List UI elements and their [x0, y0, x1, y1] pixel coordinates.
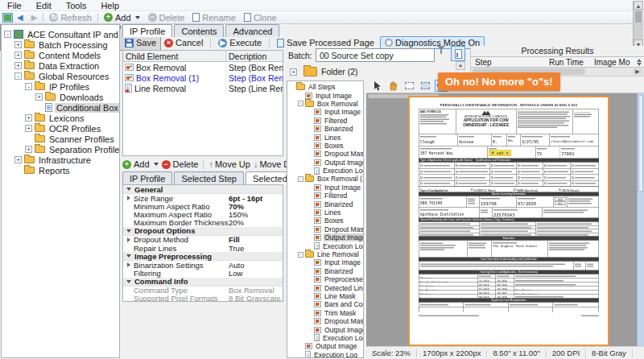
move-up-button[interactable]: ↑Move Up — [208, 159, 250, 169]
expand-toggle[interactable]: + — [25, 114, 32, 122]
step-tree-item[interactable]: Dropout Mask — [287, 225, 363, 233]
step-tree-item[interactable]: Trim Mask — [287, 309, 363, 317]
step-tree-item[interactable]: Output Image — [287, 325, 363, 333]
add-step-button[interactable]: +Add — [122, 159, 159, 169]
property-section[interactable]: Command Info — [123, 278, 283, 287]
execute-button[interactable]: ▶Execute — [216, 38, 264, 47]
step-tree-item[interactable]: -Box Removal — [287, 100, 363, 108]
tree-item[interactable]: +Content Models — [2, 50, 119, 60]
tab-ip-profile-2[interactable]: IP Profile — [122, 171, 172, 184]
expand-toggle[interactable]: + — [25, 146, 32, 153]
add-step-caret[interactable] — [154, 163, 159, 166]
tree-item[interactable]: Reports — [2, 165, 119, 175]
expand-toggle[interactable]: + — [14, 41, 22, 48]
results-view-toggle[interactable] — [451, 46, 465, 61]
step-tree-item[interactable]: Execution Log — [287, 167, 363, 175]
clone-button[interactable]: Clone — [240, 11, 281, 24]
scrollbar-thumb[interactable] — [638, 95, 643, 192]
property-value[interactable]: 8 Bit Grayscale, 24 Bit RGB, 32 B — [229, 294, 283, 302]
table-row[interactable]: Box Removal (1)Step (Box Removal) — [123, 72, 283, 83]
tree-item[interactable]: +OCR Profiles — [2, 123, 119, 134]
property-row[interactable]: Command TypeBox Removal — [123, 287, 283, 295]
property-section[interactable]: General — [123, 185, 283, 194]
step-tree-item[interactable]: Output Image — [287, 159, 363, 167]
property-value[interactable]: 20% — [229, 218, 283, 227]
section-collapse-icon[interactable] — [126, 229, 131, 233]
table-row[interactable]: Line RemovalStep (Line Removal) — [123, 83, 283, 93]
step-tree-item[interactable]: Input Image — [287, 108, 363, 116]
save-processed-page-button[interactable]: Save Processed Page — [275, 38, 377, 47]
step-tree-item[interactable]: Preprocessed — [287, 275, 363, 283]
tree-item[interactable]: +Downloads — [2, 92, 119, 102]
column-image-mo[interactable]: Image Mo — [594, 58, 634, 67]
forward-button[interactable]: ▶ — [27, 11, 42, 24]
step-tree-item[interactable]: Bars and Combs — [287, 300, 363, 308]
step-tree-item[interactable]: Execution Log — [287, 334, 363, 342]
step-tree-item[interactable]: Output Image — [287, 233, 363, 241]
cancel-button[interactable]: ×Cancel — [162, 38, 205, 47]
collapse-toggle[interactable]: - — [298, 176, 303, 182]
menu-help[interactable]: Help — [93, 1, 126, 10]
step-tree-item[interactable]: Input Image — [287, 184, 363, 192]
step-tree-item[interactable]: -Box Removal (1) — [287, 175, 363, 183]
column-step[interactable]: Step — [471, 58, 549, 67]
scroll-right-icon[interactable]: ▶ — [633, 68, 642, 75]
property-row[interactable]: Supported Pixel Formats8 Bit Grayscale, … — [123, 295, 283, 302]
step-tree-item[interactable]: Input Image — [287, 258, 363, 266]
tree-item[interactable]: -IP Profiles — [2, 81, 119, 92]
tab-selected-step[interactable]: Selected Step — [174, 171, 244, 184]
step-tree-item[interactable]: Dropout Mask — [287, 150, 363, 158]
tree-item[interactable]: Scanner Profiles — [2, 134, 119, 144]
tree-item[interactable]: -ACE Consultant IP and OCR — [2, 29, 119, 39]
add-button[interactable]: +Add — [100, 11, 144, 24]
expand-icon[interactable] — [127, 262, 130, 267]
step-tree-item[interactable]: -Line Removal — [287, 250, 363, 258]
expand-icon[interactable] — [127, 196, 130, 200]
select-area-tool-button[interactable] — [419, 80, 431, 92]
property-row[interactable]: Binarization SettingsAuto — [123, 261, 283, 269]
property-row[interactable]: Maximum Aspect Ratio150% — [123, 210, 283, 218]
document-page[interactable]: PERSONALLY IDENTIFIABLE INFORMATION - WI… — [408, 96, 609, 346]
collapse-toggle[interactable]: - — [4, 31, 11, 38]
section-collapse-icon[interactable] — [126, 254, 131, 258]
batch-folder-item[interactable]: + Folder (2) — [290, 64, 358, 79]
step-tree-item[interactable]: Dropout Mask — [287, 317, 363, 325]
step-tree-item[interactable]: All Steps — [287, 83, 363, 91]
tree-item[interactable]: +Separation Profiles — [2, 144, 119, 155]
property-section[interactable]: Image Preprocessing — [123, 252, 283, 261]
collapse-toggle[interactable]: - — [25, 83, 32, 90]
diagnostics-mode-toggle[interactable]: Diagnostics Mode On — [380, 36, 485, 49]
app-nav-icon[interactable] — [2, 13, 13, 23]
step-tree-item[interactable]: Execution Log — [287, 241, 363, 250]
step-tree-item[interactable]: Input Image — [287, 91, 363, 99]
step-tree-item[interactable]: Detected Lines — [287, 283, 363, 291]
tree-item[interactable]: Conditional Box Removal — [2, 102, 119, 113]
column-description[interactable]: Decription — [226, 51, 283, 61]
results-scroll-arrows[interactable] — [634, 59, 644, 66]
section-collapse-icon[interactable] — [126, 188, 131, 191]
step-tree-item[interactable]: Lines — [287, 208, 363, 217]
step-tree-item[interactable]: Binarized — [287, 267, 363, 275]
property-row[interactable]: Size Range6pt - 16pt — [123, 194, 283, 202]
tree-item[interactable]: -Global Resources — [2, 71, 119, 81]
step-tree-item[interactable]: Binarized — [287, 125, 363, 133]
step-tree-item[interactable]: Filtered — [287, 117, 363, 125]
viewer-vscrollbar[interactable] — [637, 93, 644, 346]
back-button[interactable]: ◀ — [13, 11, 27, 24]
step-tree-item[interactable]: Binarized — [287, 200, 363, 208]
delete-button[interactable]: −Delete — [144, 11, 189, 24]
property-value[interactable]: Low — [229, 269, 283, 278]
tab-contents[interactable]: Contents — [174, 24, 224, 37]
menu-file[interactable]: File — [0, 1, 29, 10]
tree-item[interactable]: +Data Extraction — [2, 60, 119, 71]
refresh-button[interactable]: ↻Refresh — [45, 11, 96, 24]
step-tree-item[interactable]: Execution Log — [287, 351, 363, 359]
step-tree-item[interactable]: Lines — [287, 133, 363, 141]
expand-toggle[interactable]: + — [14, 156, 22, 163]
expand-toggle[interactable]: + — [14, 62, 22, 69]
step-tree-item[interactable]: Boxes — [287, 217, 363, 225]
column-run-time[interactable]: Run Time — [549, 58, 594, 67]
add-dropdown-caret[interactable] — [135, 16, 140, 19]
column-child-element[interactable]: Child Element — [123, 51, 226, 61]
property-row[interactable]: FilteringLow — [123, 269, 283, 277]
